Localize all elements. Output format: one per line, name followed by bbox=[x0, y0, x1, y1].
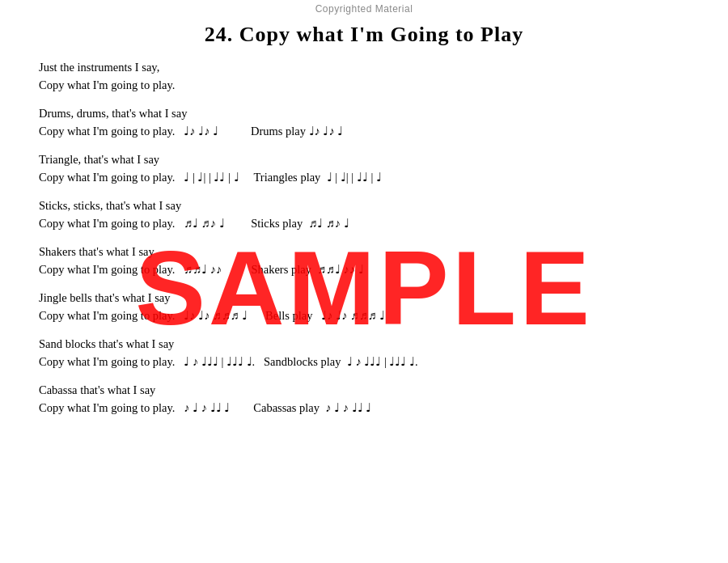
verse-8: Cabassa that's what I say Copy what I'm … bbox=[39, 381, 689, 417]
verse-1-line-2: Copy what I'm going to play. bbox=[39, 76, 689, 94]
verse-3-line-2: Copy what I'm going to play. ♩ | ♩| | ♩♩… bbox=[39, 168, 689, 186]
verse-4-line-2: Copy what I'm going to play. ♬♩ ♬♪ ♩ Sti… bbox=[39, 214, 689, 232]
verse-5-line-1: Shakers that's what I say bbox=[39, 243, 689, 260]
verse-6: Jingle bells that's what I say Copy what… bbox=[39, 289, 689, 325]
verse-6-line-1: Jingle bells that's what I say bbox=[39, 289, 689, 307]
verse-2: Drums, drums, that's what I say Copy wha… bbox=[39, 104, 689, 141]
verse-4-line-1: Sticks, sticks, that's what I say bbox=[39, 197, 689, 214]
verse-2-line-1: Drums, drums, that's what I say bbox=[39, 104, 689, 122]
verse-1: Just the instruments I say, Copy what I'… bbox=[39, 58, 689, 95]
verse-1-line-1: Just the instruments I say, bbox=[39, 58, 689, 76]
page-title: 24. Copy what I'm Going to Play bbox=[0, 23, 728, 47]
verse-5: Shakers that's what I say Copy what I'm … bbox=[39, 243, 689, 279]
verse-7-line-1: Sand blocks that's what I say bbox=[39, 335, 689, 353]
verse-8-line-2: Copy what I'm going to play. ♪ ♩ ♪ ♩♩ ♩ … bbox=[39, 399, 689, 417]
verse-6-line-2: Copy what I'm going to play. ♩♪ ♩♪ ♬♬♬ ♩… bbox=[39, 307, 689, 324]
verse-8-line-1: Cabassa that's what I say bbox=[39, 381, 689, 399]
verse-2-line-2: Copy what I'm going to play. ♩♪ ♩♪ ♩ Dru… bbox=[39, 122, 689, 140]
verse-3-line-1: Triangle, that's what I say bbox=[39, 150, 689, 168]
verse-3: Triangle, that's what I say Copy what I'… bbox=[39, 150, 689, 187]
verse-4: Sticks, sticks, that's what I say Copy w… bbox=[39, 197, 689, 233]
verse-7-line-2: Copy what I'm going to play. ♩ ♪ ♩♩♩ | ♩… bbox=[39, 353, 689, 370]
verse-5-line-2: Copy what I'm going to play. ♬♬♩ ♪♪ Shak… bbox=[39, 260, 689, 278]
content-area: Just the instruments I say, Copy what I'… bbox=[0, 58, 728, 417]
copyright-text: Copyrighted Material bbox=[0, 0, 728, 16]
verse-7: Sand blocks that's what I say Copy what … bbox=[39, 335, 689, 371]
